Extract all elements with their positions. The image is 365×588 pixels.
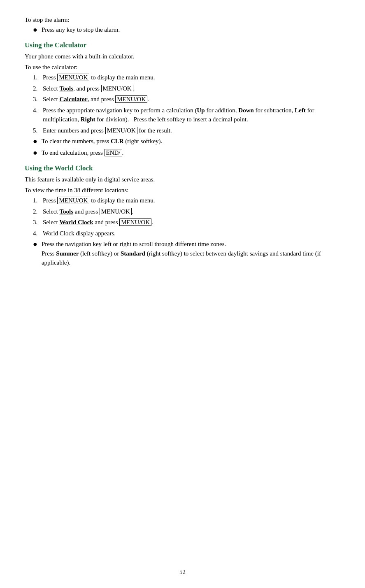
step-num-5: 5. — [33, 126, 43, 135]
menu-ok-box-2: MENU/OK — [101, 85, 133, 92]
page-number: 52 — [0, 569, 365, 576]
stop-alarm-bullet-text: Press any key to stop the alarm. — [42, 25, 120, 35]
stop-alarm-intro: To stop the alarm: — [25, 16, 340, 23]
world-clock-title: Using the World Clock — [25, 164, 340, 172]
menu-ok-box-1: MENU/OK — [57, 74, 89, 81]
step-text-4: Press the appropriate navigation key to … — [43, 106, 340, 124]
wc-step-3: 3. Select World Clock and press MENU/OK. — [33, 218, 340, 227]
right-bold: Right — [81, 116, 95, 123]
menu-ok-box-3: MENU/OK — [115, 95, 147, 103]
calculator-intro2: To use the calculator: — [25, 63, 340, 72]
wc-bullet-1: ● Press the navigation key left or right… — [33, 239, 340, 267]
wc-menu-ok-2: MENU/OK — [100, 208, 132, 215]
calculator-bullet-text-1: To clear the numbers, press CLR (right s… — [42, 137, 162, 146]
standard-bold: Standard — [121, 250, 145, 257]
wc-step-text-2: Select Tools and press MENU/OK. — [43, 207, 340, 216]
world-clock-intro1: This feature is available only in digita… — [25, 175, 340, 184]
intro-section: To stop the alarm: ● Press any key to st… — [25, 16, 340, 35]
calculator-bold: Calculator — [59, 96, 87, 102]
wc-step-text-3: Select World Clock and press MENU/OK. — [43, 218, 340, 227]
wc-step-4: 4. World Clock display appears. — [33, 229, 340, 238]
step-text-3: Select Calculator, and press MENU/OK. — [43, 95, 340, 104]
world-clock-steps: 1. Press MENU/OK to display the main men… — [33, 196, 340, 238]
step-text-1: Press MENU/OK to display the main menu. — [43, 73, 340, 82]
wc-step-text-1: Press MENU/OK to display the main menu. — [43, 196, 340, 205]
step-num-3: 3. — [33, 95, 43, 104]
wc-menu-ok-1: MENU/OK — [57, 197, 89, 204]
calculator-title: Using the Calculator — [25, 41, 340, 49]
calculator-step-3: 3. Select Calculator, and press MENU/OK. — [33, 95, 340, 104]
wc-step-num-2: 2. — [33, 207, 43, 216]
calculator-steps: 1. Press MENU/OK to display the main men… — [33, 73, 340, 135]
calculator-section: Using the Calculator Your phone comes wi… — [25, 41, 340, 158]
step-num-2: 2. — [33, 84, 43, 93]
summer-bold: Summer — [56, 250, 79, 257]
calculator-step-4: 4. Press the appropriate navigation key … — [33, 106, 340, 124]
world-clock-intro2: To view the time in 38 different locatio… — [25, 186, 340, 195]
wc-bullet-text: Press the navigation key left or right t… — [42, 239, 340, 267]
tools-bold-1: Tools — [59, 85, 73, 92]
world-clock-section: Using the World Clock This feature is av… — [25, 164, 340, 267]
calculator-step-1: 1. Press MENU/OK to display the main men… — [33, 73, 340, 82]
bullet-dot-3: ● — [33, 148, 37, 158]
wc-step-text-4: World Clock display appears. — [43, 229, 340, 238]
end-box: END/ — [105, 149, 122, 156]
wc-step-1: 1. Press MENU/OK to display the main men… — [33, 196, 340, 205]
down-bold: Down — [238, 107, 254, 114]
up-bold: Up — [197, 107, 205, 114]
calculator-bullet-1: ● To clear the numbers, press CLR (right… — [33, 137, 340, 146]
clr-bold: CLR — [111, 138, 124, 144]
wc-world-clock-bold: World Clock — [59, 219, 93, 225]
wc-tools-bold: Tools — [59, 208, 73, 215]
wc-step-num-4: 4. — [33, 229, 43, 238]
calculator-intro1: Your phone comes with a built-in calcula… — [25, 52, 340, 61]
stop-alarm-bullet-item: ● Press any key to stop the alarm. — [33, 25, 340, 35]
step-text-5: Enter numbers and press MENU/OK for the … — [43, 126, 340, 135]
calculator-step-5: 5. Enter numbers and press MENU/OK for t… — [33, 126, 340, 135]
bullet-dot: ● — [33, 25, 37, 35]
wc-menu-ok-3: MENU/OK — [119, 218, 151, 226]
bullet-dot-2: ● — [33, 137, 37, 146]
step-num-1: 1. — [33, 73, 43, 82]
step-text-2: Select Tools, and press MENU/OK. — [43, 84, 340, 93]
calculator-bullet-2: ● To end calculation, press END/. — [33, 148, 340, 158]
bullet-dot-4: ● — [33, 239, 37, 249]
wc-step-num-3: 3. — [33, 218, 43, 227]
menu-ok-box-4: MENU/OK — [105, 127, 137, 134]
wc-step-2: 2. Select Tools and press MENU/OK. — [33, 207, 340, 216]
left-bold: Left — [295, 107, 306, 114]
step-num-4: 4. — [33, 106, 43, 124]
calculator-step-2: 2. Select Tools, and press MENU/OK. — [33, 84, 340, 93]
wc-step-num-1: 1. — [33, 196, 43, 205]
calculator-bullet-text-2: To end calculation, press END/. — [42, 148, 123, 158]
